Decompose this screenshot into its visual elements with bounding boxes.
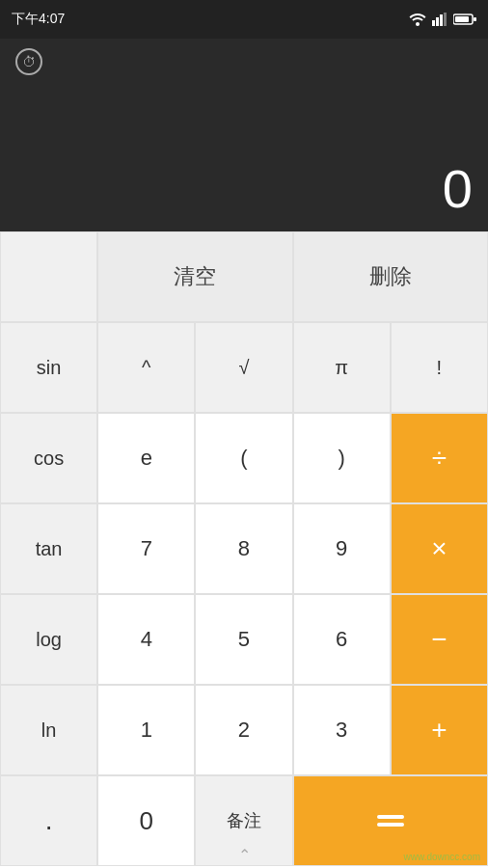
seven-button[interactable]: 7 <box>97 503 195 594</box>
history-icon-symbol: ⏱ <box>22 54 36 69</box>
tan-button[interactable]: tan <box>0 503 97 594</box>
status-bar: 下午4:07 <box>0 0 488 39</box>
svg-rect-2 <box>436 17 439 26</box>
nine-button[interactable]: 9 <box>293 503 391 594</box>
sin-button[interactable]: sin <box>0 322 97 413</box>
e-button[interactable]: e <box>97 413 195 503</box>
delete-button[interactable]: 删除 <box>293 231 488 322</box>
watermark: www.downcc.com <box>404 852 480 862</box>
svg-rect-9 <box>377 823 404 827</box>
svg-point-0 <box>416 22 420 26</box>
history-icon[interactable]: ⏱ <box>15 48 42 75</box>
equals-icon <box>377 813 404 828</box>
three-button[interactable]: 3 <box>293 685 391 775</box>
sqrt-button[interactable]: √ <box>195 322 292 413</box>
open-paren-button[interactable]: ( <box>195 413 292 503</box>
display-value: 0 <box>15 162 473 216</box>
one-button[interactable]: 1 <box>97 685 195 775</box>
calculator-grid: 清空 删除 sin ^ √ π ! cos e ( ) ÷ tan 7 8 9 … <box>0 231 488 866</box>
status-icons <box>409 13 476 26</box>
svg-rect-1 <box>432 20 435 26</box>
time-display: 下午4:07 <box>12 11 65 28</box>
svg-rect-3 <box>440 14 443 26</box>
display-area: ⏱ 0 <box>0 39 488 231</box>
six-button[interactable]: 6 <box>293 594 391 685</box>
ln-button[interactable]: ln <box>0 685 97 775</box>
cos-button[interactable]: cos <box>0 413 97 503</box>
empty-top-left <box>0 231 97 322</box>
eight-button[interactable]: 8 <box>195 503 292 594</box>
four-button[interactable]: 4 <box>97 594 195 685</box>
chevron-icon: ⌃ <box>238 846 251 864</box>
two-button[interactable]: 2 <box>195 685 292 775</box>
wifi-icon <box>409 13 426 26</box>
plus-button[interactable]: + <box>391 685 488 775</box>
minus-button[interactable]: − <box>391 594 488 685</box>
svg-rect-8 <box>377 815 404 819</box>
signal-icon <box>432 13 447 26</box>
five-button[interactable]: 5 <box>195 594 292 685</box>
svg-rect-7 <box>455 16 469 22</box>
svg-rect-4 <box>444 13 447 26</box>
pi-button[interactable]: π <box>293 322 391 413</box>
clear-button[interactable]: 清空 <box>97 231 292 322</box>
factorial-button[interactable]: ! <box>391 322 488 413</box>
multiply-button[interactable]: × <box>391 503 488 594</box>
power-button[interactable]: ^ <box>97 322 195 413</box>
close-paren-button[interactable]: ) <box>293 413 391 503</box>
battery-icon <box>453 14 476 25</box>
divide-button[interactable]: ÷ <box>391 413 488 503</box>
svg-rect-6 <box>474 17 476 21</box>
history-icon-area[interactable]: ⏱ <box>15 48 473 75</box>
log-button[interactable]: log <box>0 594 97 685</box>
